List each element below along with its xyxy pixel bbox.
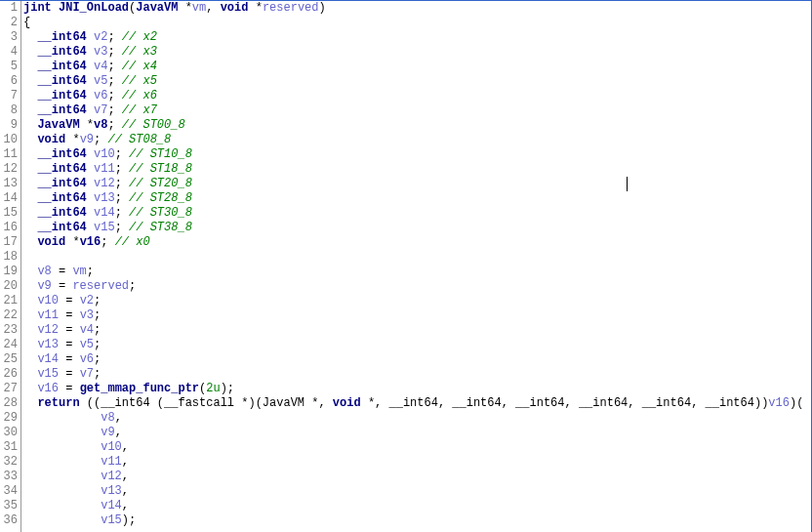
code-token: { xyxy=(23,16,30,29)
code-token: // ST20_8 xyxy=(129,177,192,190)
code-token: v11 xyxy=(37,308,59,322)
code-token xyxy=(23,455,101,469)
code-token: v13 xyxy=(101,484,122,498)
line-number: 12 xyxy=(3,162,18,177)
code-line[interactable]: v14 = v6; xyxy=(23,352,811,367)
code-token: ; xyxy=(94,352,101,366)
code-token xyxy=(23,367,37,381)
code-editor[interactable]: 1234567891011121314151617181920212223242… xyxy=(0,1,811,532)
code-token: // ST00_8 xyxy=(122,118,185,132)
code-line[interactable]: jint JNI_OnLoad(JavaVM *vm, void *reserv… xyxy=(23,1,811,16)
code-line[interactable]: v15 = v7; xyxy=(23,367,811,382)
code-token: v7 xyxy=(80,367,94,381)
code-line[interactable]: v11 = v3; xyxy=(23,308,811,323)
code-line[interactable]: __int64 v10; // ST10_8 xyxy=(23,147,811,162)
code-line[interactable]: __int64 v4; // x4 xyxy=(23,60,811,74)
code-line[interactable]: __int64 v5; // x5 xyxy=(23,74,811,89)
code-token: , xyxy=(206,1,220,15)
code-token: v3 xyxy=(94,45,107,59)
code-line[interactable]: __int64 v3; // x3 xyxy=(23,45,811,60)
code-token: ); xyxy=(221,382,234,395)
code-token: JNI_OnLoad xyxy=(59,1,129,15)
code-token: __int64 xyxy=(23,177,94,190)
code-token: v15 xyxy=(37,367,59,381)
code-line[interactable]: v10, xyxy=(23,440,811,455)
code-line[interactable]: v12, xyxy=(23,470,811,484)
line-number: 5 xyxy=(3,60,18,74)
code-token: ; xyxy=(107,118,121,132)
code-line[interactable] xyxy=(23,250,811,265)
code-line[interactable]: v8 = vm; xyxy=(23,265,811,279)
code-line[interactable]: void *v16; // x0 xyxy=(23,235,811,250)
code-line[interactable]: __int64 v11; // ST18_8 xyxy=(23,162,811,177)
code-line[interactable]: __int64 v12; // ST20_8 xyxy=(23,177,811,191)
code-token: ((__int64 (__fastcall *)(JavaVM *, xyxy=(87,396,333,410)
code-token: // ST38_8 xyxy=(129,221,192,234)
code-token: vm xyxy=(72,265,86,278)
line-number: 17 xyxy=(3,235,18,250)
code-line[interactable]: return ((__int64 (__fastcall *)(JavaVM *… xyxy=(23,396,811,411)
line-number: 15 xyxy=(3,206,18,221)
code-token: v2 xyxy=(94,30,107,44)
code-token: , xyxy=(115,411,122,425)
code-line[interactable]: v12 = v4; xyxy=(23,323,811,338)
code-token: // ST28_8 xyxy=(129,191,192,205)
code-token: v13 xyxy=(37,338,59,351)
code-token: ; xyxy=(94,133,107,146)
code-token xyxy=(23,308,37,322)
code-token: get_mmap_func_ptr xyxy=(80,382,199,395)
code-token: ; xyxy=(115,206,129,220)
code-token: , xyxy=(122,484,129,498)
code-token: * xyxy=(72,235,79,249)
code-token: = xyxy=(59,352,80,366)
code-line[interactable]: __int64 v13; // ST28_8 xyxy=(23,191,811,206)
code-token: v6 xyxy=(94,89,107,102)
code-token: // x2 xyxy=(122,30,157,44)
code-line[interactable]: v14, xyxy=(23,499,811,513)
line-number: 13 xyxy=(3,177,18,191)
code-token: __int64 xyxy=(23,221,94,234)
code-token: ; xyxy=(94,367,101,381)
code-line[interactable]: __int64 v15; // ST38_8 xyxy=(23,221,811,235)
line-number: 34 xyxy=(3,484,18,499)
code-token: // x3 xyxy=(122,45,157,59)
code-token: // ST18_8 xyxy=(129,162,192,176)
code-token: ; xyxy=(94,323,101,337)
code-token xyxy=(23,440,101,454)
code-token: // x0 xyxy=(115,235,150,249)
code-line[interactable]: void *v9; // ST08_8 xyxy=(23,133,811,147)
code-line[interactable]: v13 = v5; xyxy=(23,338,811,352)
code-token: = xyxy=(59,294,80,307)
code-line[interactable]: v16 = get_mmap_func_ptr(2u); xyxy=(23,382,811,396)
line-number: 33 xyxy=(3,470,18,484)
code-token xyxy=(23,352,37,366)
code-token: ; xyxy=(94,294,101,307)
code-token: void xyxy=(23,133,72,146)
code-token: // x6 xyxy=(122,89,157,102)
code-token: v9 xyxy=(101,426,114,439)
code-line[interactable]: v9, xyxy=(23,426,811,440)
line-number: 4 xyxy=(3,45,18,60)
code-token: return xyxy=(23,396,87,410)
code-line[interactable]: v13, xyxy=(23,484,811,499)
code-line[interactable]: v11, xyxy=(23,455,811,470)
code-token: // x4 xyxy=(122,60,157,73)
code-content[interactable]: jint JNI_OnLoad(JavaVM *vm, void *reserv… xyxy=(21,1,811,532)
code-line[interactable]: { xyxy=(23,16,811,30)
code-line[interactable]: v8, xyxy=(23,411,811,426)
code-token: v4 xyxy=(94,60,107,73)
code-line[interactable]: v15); xyxy=(23,513,811,528)
code-token: // ST08_8 xyxy=(107,133,171,146)
code-line[interactable]: v10 = v2; xyxy=(23,294,811,308)
line-number: 18 xyxy=(3,250,18,265)
code-line[interactable]: v9 = reserved; xyxy=(23,279,811,294)
code-line[interactable]: __int64 v7; // x7 xyxy=(23,103,811,118)
code-line[interactable]: JavaVM *v8; // ST00_8 xyxy=(23,118,811,133)
code-token: ; xyxy=(107,89,121,102)
code-token xyxy=(23,265,37,278)
code-line[interactable]: __int64 v14; // ST30_8 xyxy=(23,206,811,221)
code-token: v4 xyxy=(80,323,94,337)
code-token: = xyxy=(52,265,73,278)
code-line[interactable]: __int64 v2; // x2 xyxy=(23,30,811,45)
code-line[interactable]: __int64 v6; // x6 xyxy=(23,89,811,103)
